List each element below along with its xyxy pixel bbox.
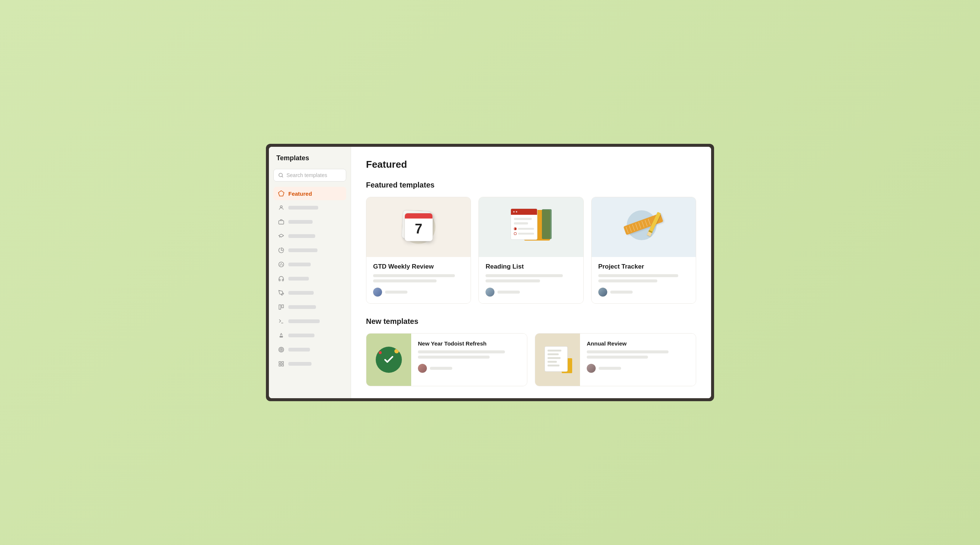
sidebar-item-finance[interactable] [274, 244, 346, 257]
nav-label-bar [288, 206, 318, 210]
template-card-reading[interactable]: Reading List [479, 197, 583, 304]
sidebar-item-writing[interactable] [274, 286, 346, 300]
nav-label-bar [288, 305, 316, 309]
featured-templates-section: Featured templates [366, 181, 696, 304]
chess-icon [278, 332, 285, 339]
sidebar-item-education[interactable] [274, 229, 346, 243]
nav-label-bar [288, 220, 313, 224]
svg-rect-10 [279, 305, 281, 309]
card-image-reading [479, 197, 583, 257]
window-inner: Templates Search templates [269, 147, 711, 398]
svg-point-8 [281, 263, 281, 264]
sidebar-item-engineering[interactable] [274, 314, 346, 328]
template-card-gtd[interactable]: 7 GTD Weekly Review [366, 197, 471, 304]
card-author-project [598, 288, 689, 296]
card-author-reading [485, 288, 576, 296]
card-body-project: Project Tracker [592, 257, 696, 303]
svg-rect-11 [282, 305, 283, 308]
card-image-gtd: 7 [366, 197, 471, 257]
sidebar-item-featured[interactable]: Featured [274, 187, 346, 200]
sidebar-item-strategy[interactable] [274, 329, 346, 342]
nav-label-bar [288, 319, 320, 323]
author-name-bar-newyear [430, 367, 452, 370]
new-templates-grid: New Year Todoist Refresh [366, 333, 696, 386]
new-card-name-newyear: New Year Todoist Refresh [418, 340, 520, 347]
card-name-reading: Reading List [485, 263, 576, 271]
sidebar-item-personal[interactable] [274, 201, 346, 214]
headset-icon [278, 275, 285, 282]
pen-icon [278, 290, 285, 296]
svg-rect-4 [278, 221, 283, 224]
author-name-bar-project [610, 291, 633, 293]
desc-bar-project-2 [598, 279, 657, 282]
template-card-project[interactable]: Project Tracker [591, 197, 696, 304]
svg-point-15 [280, 348, 283, 351]
card-name-gtd: GTD Weekly Review [373, 263, 464, 271]
svg-rect-20 [282, 364, 283, 366]
sidebar-title: Templates [274, 154, 346, 162]
search-input[interactable]: Search templates [274, 169, 346, 182]
nav-label-bar [288, 234, 315, 238]
nav-label-bar [288, 249, 317, 252]
desc-bar-gtd-2 [373, 279, 437, 282]
desc-bar-gtd-1 [373, 274, 455, 277]
search-placeholder-text: Search templates [286, 172, 327, 178]
nav-label-bar [288, 263, 311, 266]
featured-section-heading: Featured templates [366, 181, 696, 190]
main-content: Featured Featured templates [351, 147, 711, 398]
grid-icon [278, 304, 285, 311]
svg-rect-13 [280, 336, 283, 337]
author-name-bar-reading [498, 291, 520, 293]
nav-list: Featured [274, 187, 346, 371]
avatar-newyear [418, 364, 427, 373]
card-image-project [592, 197, 696, 257]
desc-bar-project-1 [598, 274, 678, 277]
svg-point-14 [278, 347, 283, 352]
avatar-reading [485, 288, 495, 296]
desc-bar-annual-2 [587, 355, 648, 359]
card-author-newyear [418, 364, 520, 373]
new-section-heading: New templates [366, 317, 696, 326]
search-icon [278, 172, 283, 178]
sidebar-item-support[interactable] [274, 272, 346, 285]
chart-pie-icon [278, 247, 285, 253]
desc-bar-reading-2 [485, 279, 540, 282]
desc-bar-reading-1 [485, 274, 563, 277]
sidebar-item-work[interactable] [274, 215, 346, 229]
svg-rect-18 [282, 362, 283, 363]
sidebar: Templates Search templates [269, 147, 351, 398]
nav-label-bar [288, 333, 315, 337]
card-body-gtd: GTD Weekly Review [366, 257, 471, 303]
card-name-project: Project Tracker [598, 263, 689, 271]
nav-label-bar [288, 291, 314, 295]
new-card-image-newyear [366, 333, 411, 386]
svg-point-16 [281, 349, 282, 351]
desc-bar-newyear-2 [418, 355, 490, 359]
svg-point-6 [278, 262, 283, 267]
card-author-gtd [373, 288, 464, 296]
graduation-icon [278, 233, 285, 239]
svg-rect-19 [279, 364, 281, 366]
sidebar-item-creative[interactable] [274, 258, 346, 271]
person-icon [278, 204, 285, 211]
svg-line-1 [282, 176, 283, 177]
sidebar-item-other[interactable] [274, 357, 346, 371]
author-name-bar-gtd [385, 291, 407, 293]
card-body-reading: Reading List [479, 257, 583, 303]
palette-icon [278, 261, 285, 268]
author-name-bar-annual [599, 367, 621, 370]
todoist-icon [376, 347, 402, 373]
new-card-body-annual: Annual Review [580, 333, 696, 386]
sidebar-item-focus[interactable] [274, 343, 346, 356]
terminal-icon [278, 318, 285, 325]
nav-label-bar [288, 277, 309, 280]
app-window: Templates Search templates [266, 144, 714, 401]
template-card-annual[interactable]: Annual Review [535, 333, 696, 386]
target-icon [278, 346, 285, 353]
sidebar-item-marketing[interactable] [274, 300, 346, 314]
desc-bar-newyear-1 [418, 351, 505, 353]
svg-rect-17 [279, 362, 281, 363]
featured-label: Featured [288, 191, 312, 197]
template-card-newyear[interactable]: New Year Todoist Refresh [366, 333, 527, 386]
diamond-icon [278, 190, 285, 197]
